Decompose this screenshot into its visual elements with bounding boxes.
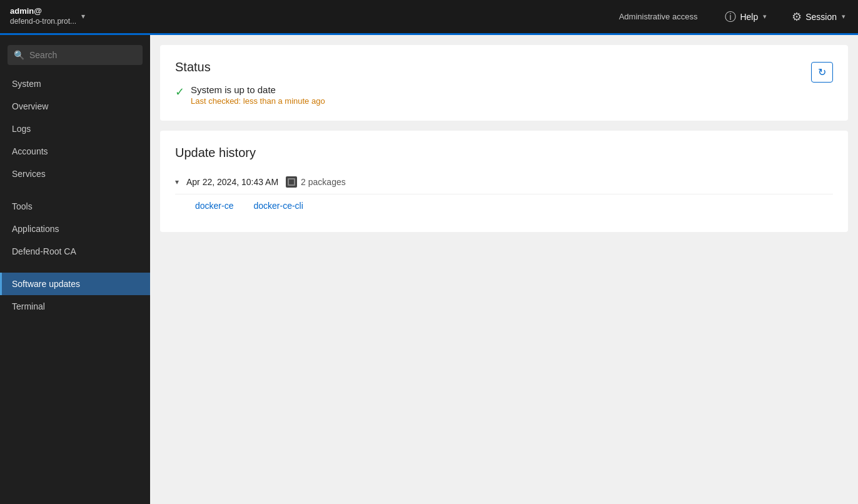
topbar-right: Administrative access ⓘ Help ▾ ⚙ Session… <box>604 0 858 34</box>
chevron-down-icon[interactable]: ▾ <box>175 178 179 186</box>
history-card: Update history ▾ Apr 22, 2024, 10:43 AM … <box>160 131 848 232</box>
sidebar-item-label: Defend-Root CA <box>12 246 76 256</box>
help-button[interactable]: ⓘ Help ▾ <box>712 0 779 34</box>
sidebar-spacer-2 <box>0 263 150 273</box>
sidebar-item-accounts[interactable]: Accounts <box>0 140 150 163</box>
sidebar-spacer-1 <box>0 185 150 195</box>
sidebar-item-system[interactable]: System <box>0 73 150 95</box>
sidebar-item-software-updates[interactable]: Software updates <box>0 273 150 295</box>
refresh-icon: ↻ <box>818 66 826 78</box>
list-item: docker-ce-cli <box>253 201 303 211</box>
status-card: Status ↻ ✓ System is up to date Last che… <box>160 45 848 121</box>
help-circle-icon: ⓘ <box>725 9 736 24</box>
status-text: System is up to date <box>191 84 325 95</box>
check-icon: ✓ <box>175 85 184 99</box>
session-label: Session <box>805 12 837 22</box>
sidebar-item-label: Services <box>12 169 46 179</box>
session-chevron-icon: ▾ <box>842 13 845 21</box>
status-card-header: Status ↻ <box>175 60 833 84</box>
user-info[interactable]: admin@ defend-o-tron.prot... <box>10 6 76 26</box>
hostname: defend-o-tron.prot... <box>10 17 76 27</box>
sidebar-item-applications[interactable]: Applications <box>0 218 150 240</box>
sidebar-item-label: System <box>12 79 41 89</box>
sidebar-item-overview[interactable]: Overview <box>0 95 150 118</box>
sidebar-item-defend-root-ca[interactable]: Defend-Root CA <box>0 240 150 263</box>
history-row: ▾ Apr 22, 2024, 10:43 AM 2 packages <box>175 170 833 194</box>
packages-count: 2 packages <box>301 177 346 187</box>
status-info: System is up to date Last checked: less … <box>191 84 325 106</box>
help-label: Help <box>740 12 758 22</box>
last-checked-value: less than a minute ago <box>243 96 325 106</box>
gear-icon: ⚙ <box>792 10 802 24</box>
admin-access-label: Administrative access <box>604 12 713 21</box>
sidebar-item-logs[interactable]: Logs <box>0 118 150 140</box>
topbar: admin@ defend-o-tron.prot... ▾ Administr… <box>0 0 858 35</box>
search-box[interactable]: 🔍 <box>8 45 143 65</box>
sidebar-item-label: Overview <box>12 101 48 111</box>
package-icon <box>286 176 297 188</box>
main-content: Status ↻ ✓ System is up to date Last che… <box>150 35 858 504</box>
search-icon: 🔍 <box>14 50 24 60</box>
search-input[interactable] <box>29 50 136 60</box>
sidebar-item-label: Applications <box>12 224 59 234</box>
packages-list: docker-ce docker-ce-cli <box>175 194 833 217</box>
refresh-button[interactable]: ↻ <box>811 62 833 83</box>
sidebar-item-label: Terminal <box>12 301 45 311</box>
history-date: Apr 22, 2024, 10:43 AM <box>186 177 278 187</box>
layout: 🔍 System Overview Logs Accounts Services… <box>0 35 858 504</box>
list-item: docker-ce <box>195 201 233 211</box>
status-row: ✓ System is up to date Last checked: les… <box>175 84 833 106</box>
last-checked-label: Last checked: <box>191 96 241 106</box>
sidebar-item-services[interactable]: Services <box>0 163 150 185</box>
sidebar-item-label: Accounts <box>12 146 48 156</box>
sidebar-item-tools[interactable]: Tools <box>0 195 150 218</box>
username: admin@ <box>10 6 76 17</box>
session-button[interactable]: ⚙ Session ▾ <box>779 0 858 34</box>
sidebar-item-label: Tools <box>12 201 33 211</box>
sidebar-item-label: Logs <box>12 124 31 134</box>
user-dropdown-icon[interactable]: ▾ <box>81 12 85 21</box>
history-card-title: Update history <box>175 146 833 160</box>
last-checked-text: Last checked: less than a minute ago <box>191 96 325 106</box>
sidebar-item-terminal[interactable]: Terminal <box>0 295 150 318</box>
packages-summary: 2 packages <box>286 176 346 188</box>
topbar-left: admin@ defend-o-tron.prot... ▾ <box>0 6 85 26</box>
help-chevron-icon: ▾ <box>763 13 767 21</box>
status-card-title: Status <box>175 60 211 74</box>
sidebar: 🔍 System Overview Logs Accounts Services… <box>0 35 150 504</box>
sidebar-item-label: Software updates <box>12 279 80 289</box>
